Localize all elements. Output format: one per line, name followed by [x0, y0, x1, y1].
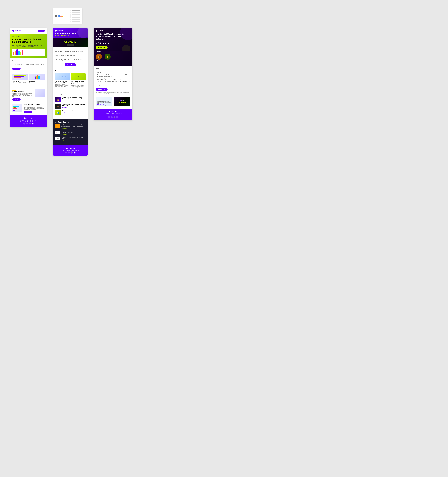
- center-resource-link[interactable]: Resource Center: [62, 150, 68, 151]
- forbes-logo-text: Forbes: [56, 138, 59, 139]
- center-twitter-icon[interactable]: 𝕏: [65, 151, 67, 154]
- bullet-3: Qualitative data is directional, but it …: [96, 81, 130, 84]
- article-3-title: Can you measure software development?: [62, 110, 83, 111]
- right-resource-link[interactable]: Resource Center: [105, 114, 111, 115]
- gmail-more-item[interactable]: [70, 21, 80, 22]
- goals-title: Goals for all team levels: [12, 60, 45, 62]
- article-1-read-link[interactable]: Read Post: [62, 101, 67, 101]
- chart-bar-4: [18, 51, 20, 55]
- metric-chart: [35, 75, 40, 79]
- center-jellyfish-logo: JELLYFISH: [55, 30, 86, 32]
- gmail-logo: Gmail: [58, 15, 65, 17]
- tricia-name: Tricia Lane: [96, 60, 103, 61]
- investment-learn-more-button[interactable]: Learn More: [24, 111, 32, 113]
- youtube-icon[interactable]: ▶: [32, 123, 34, 125]
- right-linkedin-icon[interactable]: in: [111, 116, 113, 118]
- register-today-button-header[interactable]: Register Today: [96, 46, 107, 49]
- read-article-bi[interactable]: Read Article: [61, 134, 67, 135]
- sprint-line-3: [35, 92, 42, 92]
- glow-date: 📅 May 15, 2024: [67, 44, 74, 46]
- sprint-chart: [35, 89, 45, 97]
- center-instagram-icon[interactable]: 📷: [71, 151, 73, 154]
- footer-links[interactable]: Resource Center | Manage Email Preferenc…: [12, 121, 45, 122]
- center-footer-logo: JELLYFISH: [55, 148, 86, 149]
- read-guide-link[interactable]: Read the Guide: [71, 89, 78, 90]
- hamburger-menu[interactable]: [55, 15, 57, 17]
- webinar-info: Live webinar: March 6, 2pm ET / 11am PT: [96, 42, 130, 44]
- press-aws-body: Jellyfish Joins AWS ISV Accelerate Progr…: [61, 124, 86, 127]
- clock-label-bar: [72, 14, 80, 15]
- goals-body: Enable teams to hold themselves accounta…: [12, 62, 45, 67]
- chart-bar-6: [22, 50, 23, 55]
- right-instagram-icon[interactable]: 📷: [113, 116, 115, 118]
- article-2-read-link[interactable]: Read Post: [62, 107, 67, 108]
- sprint-line-1: [35, 90, 43, 90]
- register-today-button-body[interactable]: Register Today: [96, 88, 107, 91]
- resource-center-link[interactable]: Resource Center: [20, 121, 26, 122]
- devex-waitlist-link[interactable]: Join the waitlist now: [97, 104, 111, 105]
- gmail-inbox-item[interactable]: [70, 10, 80, 11]
- resources-heading: Resources for engineering managers: [55, 70, 86, 72]
- goals-section: Goals for all team levels Enable teams t…: [10, 58, 47, 72]
- manage-email-link[interactable]: Manage Email Preferences: [27, 121, 37, 122]
- forbes-logo: Forbes: [55, 137, 60, 141]
- article-3-text: Can you measure software development? Re…: [62, 110, 83, 113]
- press-item-aws: AWS Jellyfish Joins AWS ISV Accelerate P…: [55, 124, 86, 129]
- gmail-star-item[interactable]: [70, 12, 80, 13]
- jellyfish-brand-name: JELLYFISH: [15, 30, 22, 32]
- metric-bar-1: [35, 76, 35, 79]
- footer-address: 225 Franklin Street Suite 2020 Boston, M…: [12, 120, 45, 121]
- goals-learn-more-button[interactable]: Learn More: [12, 68, 21, 70]
- gmail-send-item[interactable]: [70, 16, 80, 18]
- webinar-date: March 6, 2pm ET / 11am PT: [96, 43, 130, 44]
- right-footer-jf-icon: [109, 111, 110, 112]
- promo-glow-logo: JELLYFISH: [120, 100, 124, 101]
- right-email-column: JELLYFISH How CallRail Uses Developer Da…: [94, 28, 132, 120]
- center-linkedin-icon[interactable]: in: [68, 151, 70, 154]
- article-3-read-link[interactable]: Read Post: [62, 112, 67, 113]
- instagram-icon[interactable]: 📷: [29, 123, 31, 125]
- resource-card-1-image: State of Eng Mgmt: [55, 73, 70, 80]
- promo-glow-card: JELLYFISH GLOW24: [114, 97, 130, 107]
- right-manage-email-link[interactable]: Manage Email Preferences: [112, 114, 121, 115]
- sprint-text: SPRINTS Level up your sprints Improve te…: [12, 89, 33, 101]
- promo-glow-inner: JELLYFISH GLOW24: [114, 97, 130, 107]
- gmail-draft-item[interactable]: [70, 18, 80, 20]
- hamburger-line-2: [55, 16, 57, 16]
- resource-card-1: State of Eng Mgmt The State of Engineeri…: [55, 73, 70, 91]
- read-article-forbes[interactable]: Read Article: [61, 140, 67, 141]
- linkedin-icon[interactable]: in: [26, 123, 28, 125]
- sprint-learn-more-button[interactable]: Learn More: [12, 98, 21, 101]
- glow-jf-icon: [67, 40, 68, 41]
- twitter-icon[interactable]: 𝕏: [23, 123, 25, 125]
- read-report-link[interactable]: Read the Report: [55, 88, 62, 89]
- speaker-tricia: 👩 Tricia Lane VP of Engineering, CallRai…: [96, 54, 103, 64]
- speaker-tricia-img: 👩: [96, 54, 102, 60]
- right-youtube-icon[interactable]: ▶: [116, 116, 118, 118]
- hamburger-line-3: [55, 16, 57, 17]
- article-1-thumb-img: ⭐: [55, 97, 61, 102]
- resource-img-state: State of Eng Mgmt: [55, 73, 70, 80]
- press-bi-body: Jellyfish recognized as one of 44 compan…: [61, 131, 86, 133]
- right-email-footer: JELLYFISH 225 Franklin Street Suite 2020…: [94, 108, 132, 120]
- register-now-button[interactable]: Register Now: [65, 63, 76, 66]
- gmail-i: i: [64, 15, 64, 17]
- center-email-footer: JELLYFISH Resource Center | Manage Email…: [53, 145, 88, 155]
- sign-in-button[interactable]: Sign In: [38, 30, 45, 32]
- right-twitter-icon[interactable]: 𝕏: [108, 116, 110, 118]
- hamburger-line-1: [55, 15, 57, 16]
- read-article-aws[interactable]: Read Article: [61, 128, 67, 129]
- gmail-clock-item[interactable]: [70, 14, 80, 16]
- speakers-grid: 👩 Tricia Lane VP of Engineering, CallRai…: [96, 54, 130, 64]
- gmail-bar: Gmail: [53, 8, 82, 24]
- business-insider-logo: Business Insider: [55, 131, 60, 134]
- blake-title: Director of Engineering,: [105, 61, 113, 63]
- sprint-body: Improve team delivery by evaluating team…: [12, 93, 33, 97]
- investment-image: Investment Categories Technical Investme…: [12, 104, 22, 112]
- center-footer-links[interactable]: Resource Center | Manage Email Preferenc…: [55, 150, 86, 151]
- tricia-company: CallRail: [96, 63, 103, 64]
- center-manage-email-link[interactable]: Manage Email Preferences: [69, 150, 79, 151]
- newsletter-subtitle: Monthly Customer Newsletter: [55, 35, 86, 36]
- right-footer-links[interactable]: Resource Center | Manage Email Preferenc…: [96, 114, 130, 115]
- center-youtube-icon[interactable]: ▶: [74, 151, 76, 154]
